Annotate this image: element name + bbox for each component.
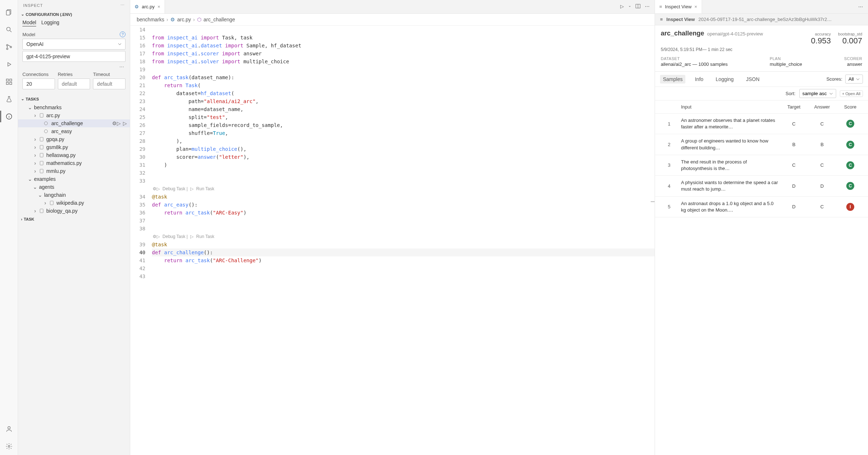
tree-item-mmlu-py[interactable]: ›mmlu.py [18, 167, 130, 175]
help-icon[interactable]: ? [120, 31, 125, 37]
beaker-icon[interactable] [0, 90, 18, 108]
sort-select[interactable]: sample asc [799, 89, 836, 98]
code-line[interactable] [152, 217, 655, 225]
code-line[interactable]: shuffle=True, [152, 129, 655, 137]
search-icon[interactable] [0, 21, 18, 38]
tree-item-biology_qa-py[interactable]: ›biology_qa.py [18, 207, 130, 215]
run-icon[interactable]: ▷ [620, 4, 624, 10]
git-icon[interactable] [0, 38, 18, 56]
code-line[interactable]: scorer=answer("letter"), [152, 153, 655, 161]
more-icon[interactable]: ⋯ [18, 64, 130, 69]
code-line[interactable]: def arc_easy(): [152, 201, 655, 209]
code-line[interactable] [152, 177, 655, 185]
tree-item-label: mathematics.py [46, 160, 82, 166]
connections-input[interactable] [22, 78, 55, 89]
tree-item-hellaswag-py[interactable]: ›hellaswag.py [18, 151, 130, 159]
editor-tab[interactable]: ⚙ arc.py × [130, 0, 165, 13]
sample-row[interactable]: 5An astronaut drops a 1.0 kg object and … [655, 197, 868, 217]
code-line[interactable]: return Task( [152, 81, 655, 89]
tab-json[interactable]: JSON [743, 75, 762, 84]
code-line[interactable] [152, 169, 655, 177]
model-input[interactable] [22, 51, 125, 62]
breadcrumb[interactable]: benchmarks › ⚙ arc.py › ⬡ arc_challenge [130, 14, 655, 26]
tree-item-examples[interactable]: ⌄examples [18, 175, 130, 183]
extensions-icon[interactable] [0, 73, 18, 90]
code-line[interactable]: ) [152, 161, 655, 169]
tree-item-arc-py[interactable]: ›arc.py [18, 111, 130, 119]
code-line[interactable] [152, 225, 655, 233]
code-line[interactable]: name=dataset_name, [152, 105, 655, 113]
open-all-button[interactable]: + Open All [840, 90, 863, 97]
tree-item-mathematics-py[interactable]: ›mathematics.py [18, 159, 130, 167]
tree-item-agents[interactable]: ⌄agents [18, 183, 130, 191]
codelens[interactable]: ⚙▷ Debug Task | ▷ Run Task [152, 233, 655, 241]
sample-row[interactable]: 4A physicist wants to determine the spee… [655, 176, 868, 196]
tree-item-wikipedia-py[interactable]: ›wikipedia.py [18, 199, 130, 207]
debug-task-icon[interactable]: ⚙▷ [112, 120, 121, 126]
code-editor[interactable]: 1415161718192021222324252627282930313233… [130, 26, 655, 455]
code-line[interactable] [152, 26, 655, 34]
code-line[interactable]: from inspect_ai.scorer import answer [152, 50, 655, 58]
code-line[interactable]: from inspect_ai import Task, task [152, 34, 655, 42]
config-tab-model[interactable]: Model [22, 20, 36, 26]
tree-item-arc_easy[interactable]: arc_easy [18, 127, 130, 135]
info-icon[interactable] [0, 108, 18, 125]
provider-select[interactable]: OpenAI [22, 39, 125, 50]
tree-item-gpqa-py[interactable]: ›gpqa.py [18, 135, 130, 143]
more-icon[interactable]: ⋯ [120, 3, 125, 8]
code-line[interactable]: @task [152, 193, 655, 201]
more-icon[interactable]: ⋯ [858, 4, 868, 9]
code-line[interactable]: sample_fields=record_to_sample, [152, 121, 655, 129]
run-task-icon[interactable]: ▷ [123, 120, 127, 126]
code-line[interactable]: plan=multiple_choice(), [152, 145, 655, 153]
inspect-tab[interactable]: ≡ Inspect View × [655, 0, 702, 13]
code-line[interactable] [152, 65, 655, 73]
code-line[interactable]: return arc_task("ARC-Challenge") [152, 256, 655, 264]
col-answer: Answer [809, 104, 835, 110]
more-icon[interactable]: ⋯ [645, 4, 650, 10]
tree-item-benchmarks[interactable]: ⌄benchmarks [18, 103, 130, 111]
sample-row[interactable]: 3The end result in the process of photos… [655, 155, 868, 176]
code-line[interactable]: from inspect_ai.dataset import Sample, h… [152, 42, 655, 50]
code-line[interactable]: def arc_task(dataset_name): [152, 73, 655, 81]
configuration-section-header[interactable]: ⌄ CONFIGURATION (.ENV) [18, 10, 130, 18]
settings-icon[interactable] [0, 438, 18, 455]
code-line[interactable]: ), [152, 137, 655, 145]
close-icon[interactable]: × [694, 4, 697, 9]
code-line[interactable]: return arc_task("ARC-Easy") [152, 209, 655, 217]
close-icon[interactable]: × [157, 4, 160, 9]
menu-icon[interactable]: ≡ [660, 17, 663, 22]
config-tab-logging[interactable]: Logging [41, 20, 59, 26]
sample-row[interactable]: 1An astronomer observes that a planet ro… [655, 114, 868, 134]
tab-logging[interactable]: Logging [713, 75, 737, 84]
code-line[interactable]: dataset=hf_dataset( [152, 89, 655, 97]
code-line[interactable]: path="allenai/ai2_arc", [152, 97, 655, 105]
account-icon[interactable] [0, 420, 18, 438]
plan-value: multiple_choice [770, 61, 802, 67]
split-editor-icon[interactable] [635, 4, 641, 10]
sample-row[interactable]: 2A group of engineers wanted to know how… [655, 134, 868, 155]
code-line[interactable]: from inspect_ai.solver import multiple_c… [152, 58, 655, 65]
scores-select[interactable]: All [845, 75, 863, 84]
sample-target: C [781, 121, 807, 127]
code-line[interactable]: split="test", [152, 113, 655, 121]
tree-item-gsm8k-py[interactable]: ›gsm8k.py [18, 143, 130, 151]
tree-item-langchain[interactable]: ⌄langchain [18, 191, 130, 199]
timeout-input[interactable] [93, 78, 125, 89]
chevron-down-icon[interactable]: ⌄ [628, 4, 631, 10]
codelens[interactable]: ⚙▷ Debug Task | ▷ Run Task [152, 185, 655, 193]
code-line[interactable]: def arc_challenge(): [152, 248, 655, 256]
code-line[interactable] [152, 272, 655, 280]
svg-rect-11 [9, 79, 12, 81]
code-line[interactable] [152, 264, 655, 272]
tree-item-arc_challenge[interactable]: arc_challenge⚙▷▷ [18, 119, 130, 127]
task-section-header[interactable]: › TASK [18, 216, 130, 223]
tab-samples[interactable]: Samples [660, 75, 685, 84]
svg-marker-7 [8, 63, 10, 66]
tasks-section-header[interactable]: ⌄ TASKS [18, 95, 130, 103]
debug-icon[interactable] [0, 56, 18, 73]
files-icon[interactable] [0, 4, 18, 21]
code-line[interactable]: @task [152, 241, 655, 248]
tab-info[interactable]: Info [692, 75, 706, 84]
retries-input[interactable] [58, 78, 90, 89]
